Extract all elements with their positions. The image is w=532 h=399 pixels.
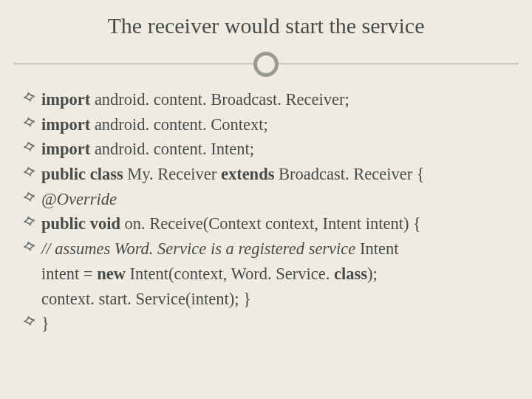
code-text: import android. content. Broadcast. Rece… bbox=[41, 89, 510, 111]
ring-icon bbox=[253, 52, 279, 77]
slide-body: import android. content. Broadcast. Rece… bbox=[0, 81, 532, 335]
title-divider bbox=[0, 46, 532, 81]
bullet-icon bbox=[22, 115, 41, 130]
code-text: import android. content. Intent; bbox=[41, 138, 510, 160]
code-line: import android. content. Intent; bbox=[22, 138, 510, 160]
code-line: public void on. Receive(Context context,… bbox=[22, 213, 510, 235]
code-text: @Override bbox=[41, 188, 510, 211]
code-text: public void on. Receive(Context context,… bbox=[41, 213, 510, 235]
code-text: import android. content. Context; bbox=[41, 114, 510, 136]
code-text: } bbox=[41, 313, 510, 335]
code-text: public class My. Receiver extends Broadc… bbox=[41, 163, 510, 185]
code-line: import android. content. Broadcast. Rece… bbox=[22, 89, 510, 111]
code-line-continuation: context. start. Service(intent); } bbox=[22, 288, 510, 310]
bullet-icon bbox=[22, 190, 41, 205]
slide: The receiver would start the service imp… bbox=[0, 0, 532, 399]
bullet-icon bbox=[22, 165, 41, 180]
bullet-icon bbox=[22, 239, 41, 254]
code-line: // assumes Word. Service is a registered… bbox=[22, 238, 510, 260]
bullet-icon bbox=[22, 90, 41, 105]
code-line: @Override bbox=[22, 188, 510, 211]
code-text: // assumes Word. Service is a registered… bbox=[41, 238, 510, 260]
bullet-icon bbox=[22, 140, 41, 154]
bullet-icon bbox=[22, 314, 41, 329]
code-line: } bbox=[22, 313, 510, 335]
code-line: public class My. Receiver extends Broadc… bbox=[22, 163, 510, 185]
code-line-continuation: intent = new Intent(context, Word. Servi… bbox=[22, 263, 510, 285]
bullet-icon bbox=[22, 214, 41, 229]
slide-title: The receiver would start the service bbox=[0, 0, 532, 46]
code-line: import android. content. Context; bbox=[22, 114, 510, 136]
